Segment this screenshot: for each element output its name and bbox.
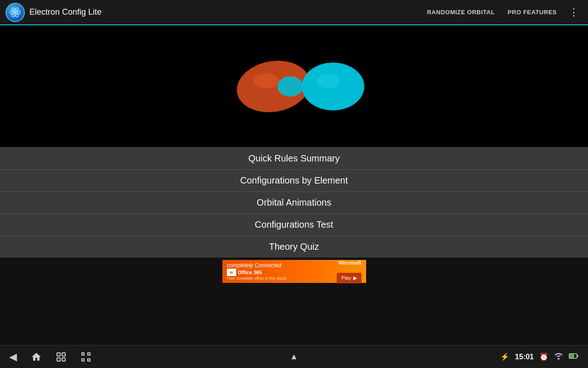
- svg-rect-19: [570, 354, 574, 358]
- top-bar: Electron Config Lite RANDOMIZE ORBITAL P…: [0, 0, 588, 25]
- usb-icon: ⚡: [500, 352, 509, 361]
- svg-rect-12: [57, 358, 60, 361]
- up-chevron-icon[interactable]: ▲: [290, 352, 298, 362]
- svg-rect-13: [62, 358, 65, 361]
- orbital-area: [0, 25, 588, 147]
- more-options-icon[interactable]: ⋮: [565, 5, 582, 20]
- svg-rect-10: [57, 353, 60, 356]
- svg-rect-20: [577, 355, 578, 357]
- randomize-orbital-button[interactable]: RANDOMIZE ORBITAL: [422, 6, 499, 18]
- ad-left: completely Connected W Office 365 Your c…: [227, 262, 288, 281]
- content-center: Quick Rules Summary Configurations by El…: [0, 147, 588, 285]
- main-content: Quick Rules Summary Configurations by El…: [0, 25, 588, 345]
- ad-tagline: completely Connected: [227, 262, 288, 269]
- ad-product: W Office 365: [227, 269, 288, 276]
- screenshot-button[interactable]: [80, 351, 91, 362]
- pro-features-button[interactable]: PRO FEATURES: [503, 6, 561, 18]
- home-button[interactable]: [31, 351, 42, 362]
- svg-rect-11: [62, 353, 65, 356]
- svg-point-6: [277, 76, 303, 97]
- app-title: Electron Config Lite: [29, 7, 422, 17]
- svg-point-9: [254, 74, 279, 88]
- app-logo: [6, 3, 25, 22]
- alarm-icon: ⏰: [539, 352, 548, 361]
- ad-play-button[interactable]: Play ▶: [337, 273, 361, 283]
- svg-point-0: [14, 11, 17, 14]
- recents-button[interactable]: [56, 351, 67, 362]
- bottom-bar: ◀ ▲ ⚡ 15:01 ⏰: [0, 345, 588, 368]
- theory-quiz-button[interactable]: Theory Quiz: [0, 236, 588, 258]
- battery-icon: [569, 353, 579, 361]
- svg-rect-15: [88, 353, 90, 355]
- svg-rect-16: [82, 359, 84, 361]
- system-clock: 15:01: [515, 353, 534, 361]
- bottom-nav-right: ⚡ 15:01 ⏰: [500, 352, 579, 362]
- configurations-test-button[interactable]: Configurations Test: [0, 213, 588, 236]
- office-logo-icon: W: [227, 269, 236, 276]
- configurations-element-button[interactable]: Configurations by Element: [0, 169, 588, 191]
- ad-brand: Microsoft: [339, 260, 362, 265]
- buttons-container: Quick Rules Summary Configurations by El…: [0, 147, 588, 258]
- ad-product-name: Office 365: [238, 270, 262, 275]
- bottom-nav-left: ◀: [9, 351, 91, 363]
- back-button[interactable]: ◀: [9, 351, 17, 363]
- top-actions: RANDOMIZE ORBITAL PRO FEATURES ⋮: [422, 5, 582, 20]
- ad-description: Your complete office in the cloud.: [227, 276, 288, 281]
- ad-banner[interactable]: completely Connected W Office 365 Your c…: [222, 260, 366, 283]
- svg-rect-17: [88, 359, 90, 361]
- svg-point-8: [317, 74, 340, 88]
- orbital-visualization: [220, 40, 368, 132]
- wifi-icon: [554, 352, 563, 362]
- orbital-animations-button[interactable]: Orbital Animations: [0, 191, 588, 213]
- svg-rect-14: [82, 353, 84, 355]
- quick-rules-button[interactable]: Quick Rules Summary: [0, 147, 588, 169]
- ad-container: completely Connected W Office 365 Your c…: [0, 258, 588, 285]
- bottom-nav-center: ▲: [290, 352, 298, 362]
